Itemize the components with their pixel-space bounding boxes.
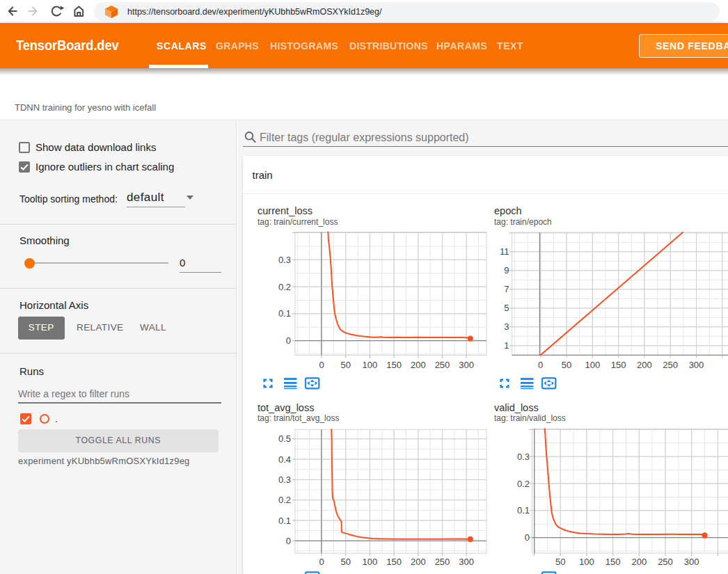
- svg-text:9: 9: [504, 265, 509, 276]
- svg-text:200: 200: [411, 360, 426, 370]
- svg-text:0.1: 0.1: [278, 308, 291, 319]
- svg-text:50: 50: [340, 360, 350, 370]
- svg-text:50: 50: [340, 557, 350, 567]
- svg-text:0.2: 0.2: [278, 495, 291, 505]
- svg-text:300: 300: [684, 557, 699, 567]
- svg-text:1: 1: [504, 340, 509, 351]
- svg-text:100: 100: [363, 360, 378, 370]
- svg-text:0.2: 0.2: [517, 479, 530, 489]
- svg-text:0: 0: [319, 360, 324, 370]
- svg-text:300: 300: [689, 360, 704, 370]
- svg-text:0: 0: [286, 335, 291, 346]
- svg-text:0.1: 0.1: [278, 516, 291, 526]
- svg-text:0: 0: [525, 532, 530, 543]
- svg-text:epoch: epoch: [494, 205, 522, 216]
- svg-text:0.4: 0.4: [278, 454, 291, 465]
- svg-text:150: 150: [386, 557, 402, 567]
- svg-text:50: 50: [555, 557, 565, 567]
- svg-text:100: 100: [363, 557, 378, 567]
- svg-text:11: 11: [500, 246, 509, 257]
- svg-text:3: 3: [504, 321, 509, 332]
- svg-text:100: 100: [579, 557, 594, 567]
- svg-text:150: 150: [606, 557, 621, 567]
- svg-text:300: 300: [459, 557, 474, 567]
- svg-text:200: 200: [411, 557, 426, 567]
- svg-text:0: 0: [286, 536, 291, 546]
- svg-text:7: 7: [504, 284, 509, 294]
- svg-text:300: 300: [459, 360, 474, 370]
- svg-text:100: 100: [585, 360, 600, 370]
- svg-text:150: 150: [386, 360, 402, 370]
- svg-text:tag: train/valid_loss: tag: train/valid_loss: [494, 413, 566, 423]
- svg-text:200: 200: [637, 360, 652, 370]
- svg-text:0: 0: [319, 557, 324, 567]
- svg-text:250: 250: [435, 557, 450, 567]
- svg-text:200: 200: [631, 557, 647, 567]
- svg-text:tag: train/epoch: tag: train/epoch: [494, 217, 552, 227]
- svg-text:tag: train/tot_avg_loss: tag: train/tot_avg_loss: [258, 413, 339, 423]
- svg-text:250: 250: [658, 557, 673, 567]
- svg-text:250: 250: [663, 360, 678, 370]
- svg-text:0.2: 0.2: [278, 282, 291, 292]
- svg-text:5: 5: [504, 303, 509, 313]
- svg-text:tag: train/current_loss: tag: train/current_loss: [258, 217, 338, 227]
- svg-text:50: 50: [562, 360, 571, 370]
- svg-text:150: 150: [611, 360, 626, 370]
- svg-text:0.3: 0.3: [278, 255, 291, 265]
- svg-text:current_loss: current_loss: [258, 205, 312, 216]
- svg-text:0.1: 0.1: [517, 505, 530, 516]
- svg-text:0: 0: [538, 360, 543, 370]
- svg-text:0.5: 0.5: [278, 433, 291, 444]
- svg-text:tot_avg_loss: tot_avg_loss: [258, 402, 314, 413]
- svg-text:0.3: 0.3: [517, 452, 530, 462]
- svg-text:valid_loss: valid_loss: [494, 402, 539, 413]
- svg-text:250: 250: [435, 360, 450, 370]
- svg-text:0.3: 0.3: [278, 475, 291, 485]
